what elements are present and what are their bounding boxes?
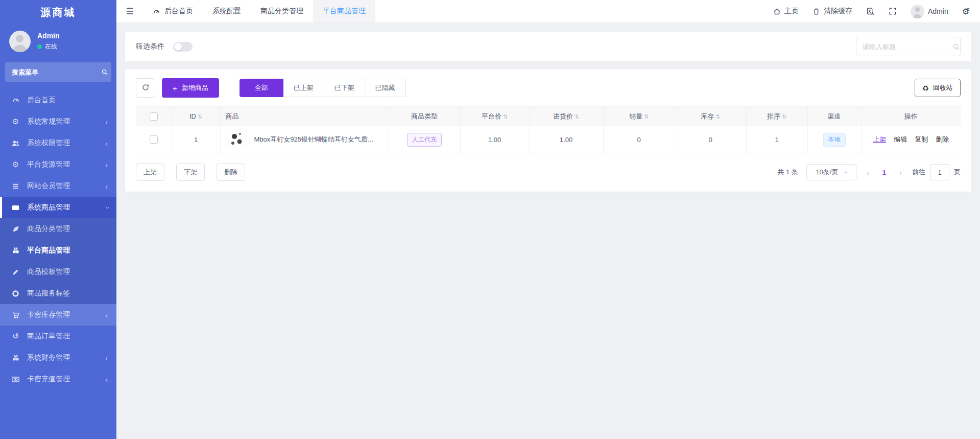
segment-off-shelf[interactable]: 已下架	[324, 79, 365, 97]
app-root: 源商城 Admin 在线 后台首页 ⚙	[0, 0, 980, 439]
tab-label: 系统配置	[212, 7, 241, 16]
sidebar-item-goods-orders[interactable]: ↺ 商品订单管理	[0, 326, 116, 347]
sidebar-item-label: 卡密库存管理	[27, 310, 70, 319]
sidebar-item-label: 系统财务管理	[27, 353, 70, 362]
batch-delete-button[interactable]: 删除	[217, 164, 245, 181]
status-filter-segments: 全部 已上架 已下架 已隐藏	[240, 79, 406, 97]
sidebar-item-label: 卡密充值管理	[27, 375, 70, 384]
sidebar-item-system-goods[interactable]: 系统商品管理 ‹	[0, 197, 116, 218]
prev-page-button[interactable]: ‹	[865, 168, 871, 177]
next-page-button[interactable]: ›	[897, 168, 904, 177]
segment-all[interactable]: 全部	[240, 79, 283, 97]
title-search-input[interactable]	[863, 43, 952, 51]
sort-icon[interactable]: ⇅	[575, 113, 579, 120]
tab-system-config[interactable]: 系统配置	[203, 0, 251, 22]
header-select-all[interactable]	[136, 107, 172, 126]
segment-on-shelf[interactable]: 已上架	[283, 79, 324, 97]
search-icon[interactable]	[101, 68, 108, 76]
goto-page-input[interactable]	[930, 164, 949, 180]
add-goods-button[interactable]: + 新增商品	[162, 78, 219, 98]
sidebar-item-platform-supply[interactable]: ⚙ 平台货源管理 ‹	[0, 154, 116, 175]
credit-card-icon	[11, 375, 20, 384]
sidebar-item-card-stock[interactable]: 卡密库存管理 ‹	[0, 304, 116, 326]
tab-platform-goods[interactable]: 平台商品管理	[313, 0, 375, 22]
header-sort[interactable]: 排序⇅	[746, 107, 807, 126]
translate-button[interactable]	[866, 7, 875, 16]
filter-toggle[interactable]	[173, 42, 193, 52]
menu-search	[5, 62, 111, 82]
settings-gears-icon[interactable]: ⚙⚙	[962, 7, 967, 16]
sort-icon[interactable]: ⇅	[198, 113, 202, 120]
sidebar-item-goods-template[interactable]: 商品模板管理	[0, 261, 116, 283]
filter-card: 筛选条件	[125, 32, 971, 61]
gears-icon: ⚙	[11, 117, 20, 126]
sidebar-item-system-general[interactable]: ⚙ 系统常规管理 ‹	[0, 111, 116, 132]
tab-label: 商品分类管理	[260, 7, 303, 16]
sidebar-item-goods-service-tags[interactable]: 商品服务标签	[0, 283, 116, 304]
header-purchase-price[interactable]: 进货价⇅	[529, 107, 603, 126]
recycle-bin-button[interactable]: ♻ 回收站	[915, 79, 961, 97]
clear-cache-button[interactable]: 清除缓存	[812, 7, 852, 16]
sidebar-item-label: 平台商品管理	[27, 246, 70, 255]
sort-icon[interactable]: ⇅	[644, 113, 649, 120]
header-platform-price[interactable]: 平台价⇅	[460, 107, 529, 126]
row-checkbox[interactable]	[150, 135, 158, 144]
binoculars-icon	[11, 246, 20, 255]
home-button[interactable]: 主页	[773, 7, 799, 16]
action-copy[interactable]: 复制	[915, 135, 928, 144]
sidebar-item-goods-category[interactable]: 商品分类管理	[0, 218, 116, 240]
header-sales[interactable]: 销量⇅	[603, 107, 675, 126]
product-thumbnail	[226, 129, 247, 150]
fullscreen-icon	[889, 7, 897, 15]
batch-on-shelf-button[interactable]: 上架	[136, 164, 164, 181]
pagination: 共 1 条 10条/页 ‹ ‹ 1 › 前往 页	[777, 164, 961, 180]
row-actions: 上架 编辑 复制 删除	[862, 135, 961, 144]
sidebar-item-system-finance[interactable]: 系统财务管理 ‹	[0, 347, 116, 368]
sidebar-item-site-members[interactable]: 网站会员管理 ‹	[0, 175, 116, 197]
menu-search-input[interactable]	[12, 68, 101, 76]
sidebar-item-dashboard[interactable]: 后台首页	[0, 89, 116, 111]
action-on-shelf[interactable]: 上架	[873, 135, 886, 144]
segment-hidden[interactable]: 已隐藏	[365, 79, 406, 97]
header-type: 商品类型	[389, 107, 460, 126]
hamburger-icon[interactable]: ☰	[116, 0, 143, 22]
user-status: 在线	[45, 42, 57, 51]
action-delete[interactable]: 删除	[936, 135, 949, 144]
page-number[interactable]: 1	[879, 169, 889, 176]
navbar-username: Admin	[928, 7, 948, 15]
user-menu[interactable]: Admin	[911, 5, 948, 18]
sort-icon[interactable]: ⇅	[503, 113, 508, 120]
batch-off-shelf-button[interactable]: 下架	[176, 164, 205, 181]
tab-goods-category[interactable]: 商品分类管理	[251, 0, 313, 22]
header-channel: 渠道	[807, 107, 861, 126]
navbar-avatar	[911, 5, 924, 18]
sidebar-item-label: 商品模板管理	[27, 267, 70, 276]
sidebar-item-label: 商品订单管理	[27, 332, 70, 341]
sort-icon[interactable]: ⇅	[715, 113, 720, 120]
sidebar-item-card-recharge[interactable]: 卡密充值管理 ‹	[0, 368, 116, 390]
binoculars-icon	[11, 354, 20, 362]
action-edit[interactable]: 编辑	[894, 135, 907, 144]
chevron-left-icon: ‹	[105, 311, 108, 319]
sort-icon[interactable]: ⇅	[782, 113, 786, 120]
page-unit-label: 页	[954, 168, 961, 177]
trash-icon	[812, 8, 820, 15]
cell-id: 1	[172, 126, 220, 153]
fullscreen-button[interactable]	[889, 7, 897, 15]
header-stock[interactable]: 库存⇅	[675, 107, 746, 126]
refresh-button[interactable]	[136, 78, 155, 98]
search-icon[interactable]	[952, 43, 960, 51]
sidebar-item-platform-goods[interactable]: 平台商品管理	[0, 240, 116, 261]
header-id[interactable]: ID⇅	[172, 107, 220, 126]
chevron-left-icon: ‹	[105, 182, 108, 190]
select-all-checkbox[interactable]	[150, 112, 158, 121]
cell-purchase-price: 1.00	[529, 126, 603, 153]
product-title: Mbox耳钉女925银针蝴蝶结耳钉女气质...	[254, 135, 373, 144]
table-toolbar: + 新增商品 全部 已上架 已下架 已隐藏 ♻ 回收站	[136, 78, 961, 98]
type-tag: 人工代充	[407, 133, 442, 147]
tab-dashboard[interactable]: 后台首页	[143, 0, 203, 22]
sidebar-item-system-permission[interactable]: 系统权限管理 ‹	[0, 132, 116, 154]
chevron-down-icon: ‹	[103, 206, 110, 209]
page-size-select[interactable]: 10条/页 ‹	[806, 164, 856, 180]
sidebar-item-label: 平台货源管理	[27, 160, 70, 169]
